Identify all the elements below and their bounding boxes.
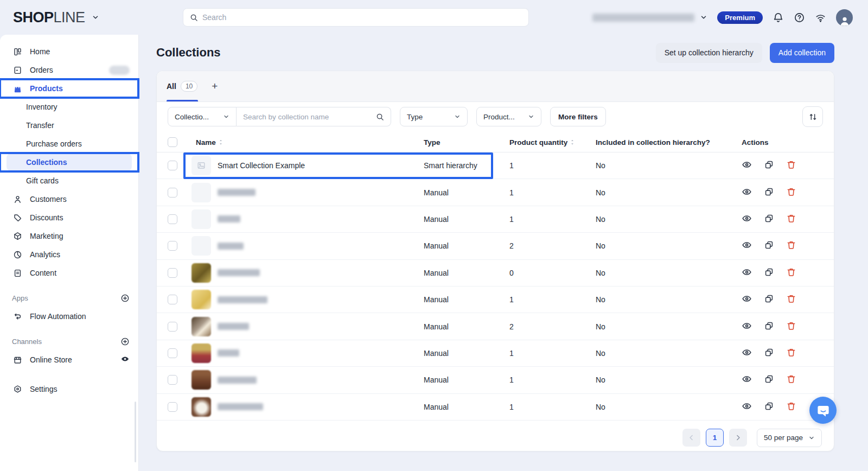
network-status-icon[interactable] — [815, 12, 826, 23]
collection-name-blurred[interactable] — [218, 189, 256, 196]
collection-name-blurred[interactable] — [218, 269, 260, 276]
column-header-quantity[interactable]: Product quantity — [509, 138, 596, 147]
sort-button[interactable] — [802, 106, 823, 127]
sidebar-item-settings[interactable]: Settings — [0, 380, 138, 398]
account-switcher[interactable] — [592, 14, 707, 22]
view-icon[interactable] — [742, 401, 752, 413]
trash-icon[interactable] — [786, 213, 796, 225]
trash-icon[interactable] — [786, 294, 796, 305]
row-checkbox[interactable] — [168, 322, 177, 332]
trash-icon[interactable] — [786, 401, 796, 413]
collection-name-blurred[interactable] — [218, 296, 267, 303]
global-search[interactable] — [183, 8, 529, 27]
view-icon[interactable] — [742, 267, 752, 279]
sidebar-item-purchase-orders[interactable]: Purchase orders — [0, 135, 138, 153]
collection-name-blurred[interactable] — [218, 215, 240, 222]
collection-name-blurred[interactable] — [218, 377, 257, 384]
add-tab-button[interactable]: + — [212, 80, 218, 92]
row-checkbox[interactable] — [168, 214, 177, 224]
view-icon[interactable] — [742, 321, 752, 333]
sidebar-item-flow-automation[interactable]: Flow Automation — [0, 307, 138, 326]
row-checkbox[interactable] — [168, 161, 177, 170]
sidebar-item-discounts[interactable]: Discounts — [0, 208, 138, 227]
trash-icon[interactable] — [786, 160, 796, 171]
row-checkbox[interactable] — [168, 348, 177, 358]
trash-icon[interactable] — [786, 240, 796, 252]
column-header-type[interactable]: Type — [424, 138, 509, 147]
view-icon[interactable] — [742, 213, 752, 225]
select-all-checkbox[interactable] — [168, 137, 177, 147]
next-page-button[interactable] — [729, 429, 747, 447]
live-chat-button[interactable] — [809, 397, 837, 424]
collection-name-blurred[interactable] — [218, 349, 239, 357]
per-page-dropdown[interactable]: 50 per page — [757, 429, 822, 447]
duplicate-icon[interactable] — [764, 321, 774, 333]
tab-all[interactable]: All 10 — [167, 71, 197, 101]
duplicate-icon[interactable] — [764, 294, 774, 305]
row-checkbox[interactable] — [168, 375, 177, 385]
previous-page-button[interactable] — [682, 429, 700, 447]
sidebar-item-content[interactable]: Content — [0, 264, 138, 282]
row-checkbox[interactable] — [168, 241, 177, 251]
sidebar-item-marketing[interactable]: Marketing — [0, 227, 138, 245]
plus-circle-icon[interactable] — [120, 337, 130, 346]
collection-name[interactable]: Smart Collection Example — [218, 161, 305, 170]
duplicate-icon[interactable] — [764, 160, 774, 171]
trash-icon[interactable] — [786, 321, 796, 333]
collection-search[interactable] — [237, 107, 391, 126]
product-filter-dropdown[interactable]: Product... — [476, 107, 541, 126]
duplicate-icon[interactable] — [764, 374, 774, 386]
trash-icon[interactable] — [786, 374, 796, 386]
sidebar-item-online-store[interactable]: Online Store — [0, 351, 138, 369]
duplicate-icon[interactable] — [764, 187, 774, 199]
row-checkbox[interactable] — [168, 402, 177, 412]
view-icon[interactable] — [742, 374, 752, 386]
row-checkbox[interactable] — [168, 295, 177, 304]
row-checkbox[interactable] — [168, 188, 177, 198]
avatar[interactable] — [836, 9, 853, 26]
sidebar-item-orders[interactable]: Orders — [0, 61, 138, 79]
view-icon[interactable] — [742, 347, 752, 359]
premium-badge[interactable]: Premium — [717, 11, 763, 24]
collection-field-dropdown[interactable]: Collectio... — [168, 107, 237, 126]
sidebar-item-customers[interactable]: Customers — [0, 190, 138, 208]
duplicate-icon[interactable] — [764, 347, 774, 359]
row-checkbox[interactable] — [168, 268, 177, 278]
page-number-button[interactable]: 1 — [706, 429, 724, 447]
more-filters-button[interactable]: More filters — [550, 107, 606, 126]
column-header-included[interactable]: Included in collection hierarchy? — [596, 138, 736, 147]
collection-name-blurred[interactable] — [218, 243, 244, 250]
duplicate-icon[interactable] — [764, 240, 774, 252]
view-icon[interactable] — [742, 187, 752, 199]
sidebar-item-analytics[interactable]: Analytics — [0, 245, 138, 264]
view-icon[interactable] — [742, 240, 752, 252]
trash-icon[interactable] — [786, 187, 796, 199]
collection-name-blurred[interactable] — [218, 403, 263, 410]
trash-icon[interactable] — [786, 267, 796, 279]
duplicate-icon[interactable] — [764, 213, 774, 225]
column-header-name[interactable]: Name — [192, 138, 424, 147]
duplicate-icon[interactable] — [764, 267, 774, 279]
type-filter-dropdown[interactable]: Type — [400, 107, 468, 126]
help-icon[interactable] — [794, 12, 805, 23]
collection-name-blurred[interactable] — [218, 323, 249, 330]
setup-hierarchy-button[interactable]: Set up collection hierarchy — [656, 43, 762, 63]
sidebar-item-gift-cards[interactable]: Gift cards — [0, 171, 138, 190]
collection-search-input[interactable] — [243, 113, 372, 121]
global-search-input[interactable] — [202, 13, 522, 22]
notifications-bell-icon[interactable] — [773, 12, 784, 23]
sidebar-item-home[interactable]: Home — [0, 42, 138, 61]
plus-circle-icon[interactable] — [120, 294, 130, 303]
sidebar-item-inventory[interactable]: Inventory — [0, 98, 138, 116]
trash-icon[interactable] — [786, 347, 796, 359]
sidebar-item-collections[interactable]: Collections — [0, 153, 138, 171]
sidebar-item-transfer[interactable]: Transfer — [0, 116, 138, 135]
add-collection-button[interactable]: Add collection — [770, 43, 834, 63]
eye-icon[interactable] — [120, 354, 130, 364]
sidebar-scrollbar[interactable] — [135, 402, 136, 462]
view-icon[interactable] — [742, 160, 752, 171]
view-icon[interactable] — [742, 294, 752, 305]
sidebar-item-products[interactable]: Products — [0, 79, 138, 98]
duplicate-icon[interactable] — [764, 401, 774, 413]
shopline-logo[interactable]: SHOPLINE — [13, 9, 99, 26]
